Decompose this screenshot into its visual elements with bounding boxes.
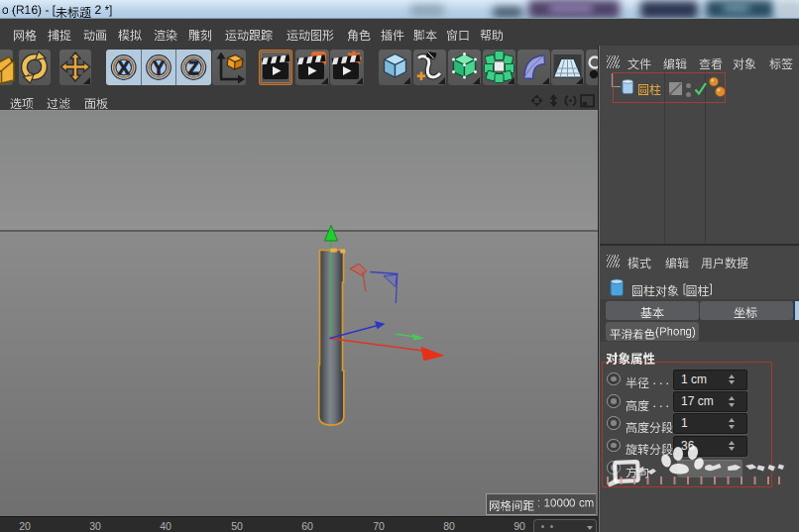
svg-text:Z: Z (188, 58, 199, 78)
svg-text:Y: Y (153, 58, 165, 78)
svg-text:X: X (118, 58, 130, 78)
